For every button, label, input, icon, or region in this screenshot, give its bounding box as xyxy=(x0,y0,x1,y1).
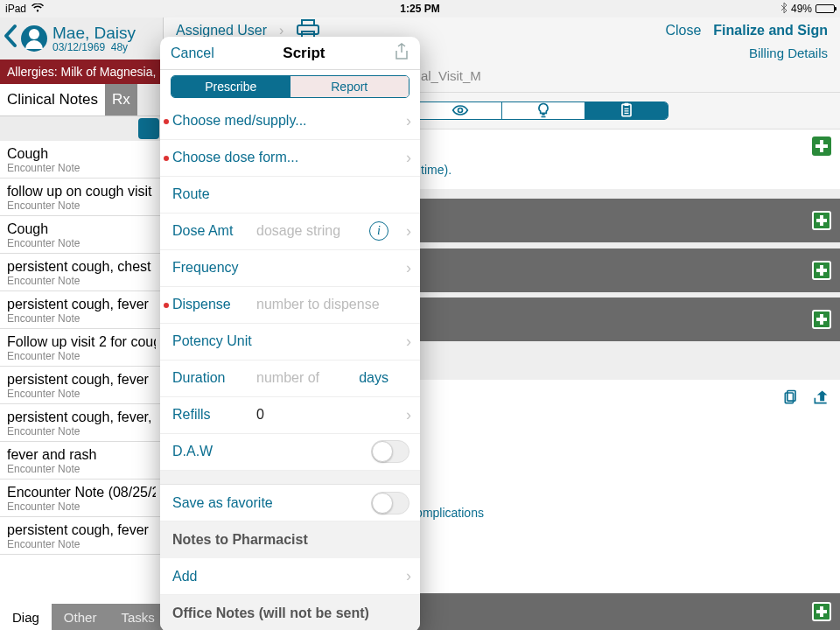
battery-icon xyxy=(816,4,835,13)
note-item[interactable]: fever and rashEncounter Note xyxy=(0,442,163,480)
tab-clinical-notes[interactable]: Clinical Notes xyxy=(0,84,105,116)
note-item[interactable]: CoughEncounter Note xyxy=(0,141,163,178)
required-dot-icon xyxy=(164,303,169,308)
allergy-bar[interactable]: Allergies: Milk of Magnesia, xyxy=(0,60,163,84)
add-note-button[interactable] xyxy=(138,118,159,139)
patient-avatar-icon[interactable] xyxy=(21,25,47,52)
seg-bulb[interactable] xyxy=(502,102,585,120)
bottom-tab-bar: Diag Other Tasks xyxy=(0,604,163,630)
battery-pct: 49% xyxy=(791,3,812,15)
dose-amt-row[interactable]: Dose Amtdosage stringi› xyxy=(160,214,420,250)
seg-report[interactable]: Report xyxy=(290,76,410,97)
chevron-right-icon: › xyxy=(406,222,411,241)
add-prescription-button[interactable] xyxy=(812,136,831,156)
notes-type-tabs: Clinical Notes Rx xyxy=(0,84,163,116)
finalize-sign-link[interactable]: Finalize and Sign xyxy=(713,23,828,38)
note-item[interactable]: Follow up visit 2 for cougEncounter Note xyxy=(0,329,163,367)
frequency-row[interactable]: Frequency› xyxy=(160,250,420,287)
svg-point-3 xyxy=(458,108,463,113)
tab-tasks[interactable]: Tasks xyxy=(108,604,166,630)
required-dot-icon xyxy=(164,156,169,161)
add-lab-button[interactable] xyxy=(812,211,831,230)
seg-eye[interactable] xyxy=(419,102,502,120)
note-item[interactable]: CoughEncounter Note xyxy=(0,216,163,254)
script-popover: Cancel Script Prescribe Report Choose me… xyxy=(160,37,420,630)
note-item[interactable]: persistent cough, feverEncounter Note xyxy=(0,517,163,555)
office-notes-header: Office Notes (will not be sent) xyxy=(160,595,420,630)
patient-demographics: 03/12/1969 48y xyxy=(52,41,136,53)
device-label: iPad xyxy=(5,3,26,15)
svg-rect-1 xyxy=(298,25,318,34)
wifi-icon xyxy=(32,3,44,15)
svg-rect-5 xyxy=(624,103,628,106)
note-item[interactable]: persistent cough, chest pEncounter Note xyxy=(0,254,163,291)
add-assessment-button[interactable] xyxy=(812,602,831,621)
daw-toggle[interactable] xyxy=(371,440,410,463)
chevron-right-icon: › xyxy=(406,149,411,167)
required-dot-icon xyxy=(164,119,169,124)
cancel-button[interactable]: Cancel xyxy=(171,46,214,61)
add-radiology-button[interactable] xyxy=(812,310,831,329)
refills-row[interactable]: Refills0› xyxy=(160,397,420,434)
save-favorite-row[interactable]: Save as favorite xyxy=(160,485,420,522)
share-icon[interactable] xyxy=(800,388,830,410)
add-note-row[interactable]: Add› xyxy=(160,558,420,595)
info-icon[interactable]: i xyxy=(369,221,388,241)
patient-name[interactable]: Mae, Daisy xyxy=(52,24,136,41)
close-link[interactable]: Close xyxy=(665,23,701,38)
chevron-right-icon: › xyxy=(406,259,411,277)
copy-icon[interactable] xyxy=(770,388,800,410)
left-panel: Mae, Daisy 03/12/1969 48y Allergies: Mil… xyxy=(0,18,163,630)
ios-statusbar: iPad 1:25 PM 49% xyxy=(0,0,840,18)
svg-rect-4 xyxy=(622,105,631,116)
back-button[interactable] xyxy=(2,23,19,54)
choose-dose-row[interactable]: Choose dose form...› xyxy=(160,140,420,177)
add-procedure-button[interactable] xyxy=(812,261,831,280)
seg-prescribe[interactable]: Prescribe xyxy=(172,76,290,97)
tab-other[interactable]: Other xyxy=(52,604,109,630)
popover-title: Script xyxy=(214,45,394,62)
tab-rx[interactable]: Rx xyxy=(105,84,137,116)
note-item[interactable]: follow up on cough visit 3Encounter Note xyxy=(0,178,163,216)
chevron-right-icon: › xyxy=(406,406,411,424)
dispense-row[interactable]: Dispensenumber to dispense xyxy=(160,287,420,324)
seg-clipboard[interactable] xyxy=(585,102,668,120)
note-item[interactable]: persistent cough, fever, raEncounter Not… xyxy=(0,404,163,442)
favorite-toggle[interactable] xyxy=(371,492,410,514)
note-item[interactable]: persistent cough, feverEncounter Note xyxy=(0,291,163,329)
clock: 1:25 PM xyxy=(400,3,439,15)
chevron-right-icon: › xyxy=(406,567,411,585)
route-row[interactable]: Route xyxy=(160,177,420,214)
chevron-right-icon: › xyxy=(406,112,411,130)
chevron-right-icon: › xyxy=(406,332,411,351)
billing-details-link[interactable]: Billing Details xyxy=(749,46,828,60)
notes-list[interactable]: CoughEncounter Note follow up on cough v… xyxy=(0,141,163,604)
prescribe-report-segment: Prescribe Report xyxy=(171,75,410,98)
duration-row[interactable]: Durationnumber ofdays xyxy=(160,360,420,397)
notes-pharmacist-header: Notes to Pharmacist xyxy=(160,522,420,558)
potency-row[interactable]: Potency Unit› xyxy=(160,324,420,360)
note-item[interactable]: persistent cough, feverEncounter Note xyxy=(0,367,163,404)
daw-row[interactable]: D.A.W xyxy=(160,434,420,471)
choose-med-row[interactable]: Choose med/supply...› xyxy=(160,103,420,140)
export-icon[interactable] xyxy=(394,43,410,64)
bluetooth-icon xyxy=(780,3,788,16)
patient-header: Mae, Daisy 03/12/1969 48y xyxy=(0,18,163,60)
note-item[interactable]: Encounter Note (08/25/20Encounter Note xyxy=(0,480,163,517)
tab-diag[interactable]: Diag xyxy=(0,604,52,630)
